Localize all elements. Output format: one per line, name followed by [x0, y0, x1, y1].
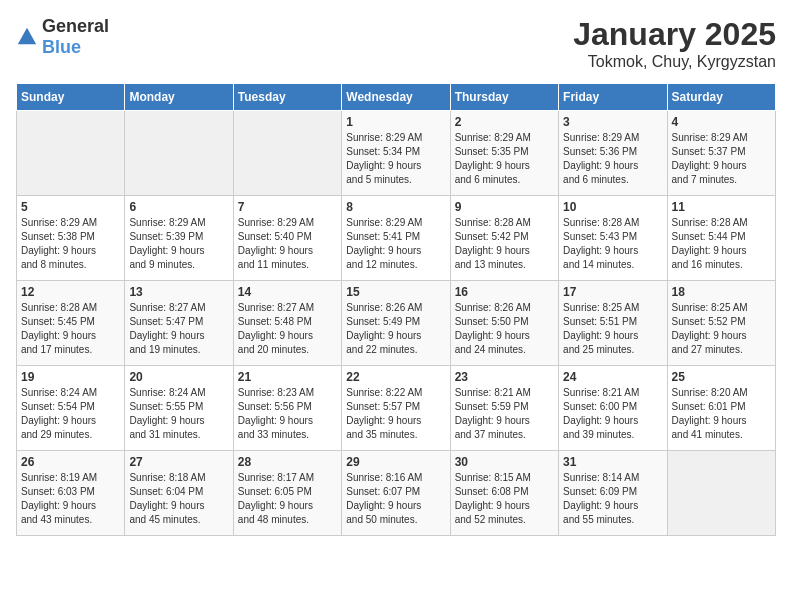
day-info: Sunrise: 8:27 AMSunset: 5:47 PMDaylight:…: [129, 301, 228, 357]
month-title: January 2025: [573, 16, 776, 53]
day-number: 17: [563, 285, 662, 299]
calendar-cell: 1Sunrise: 8:29 AMSunset: 5:34 PMDaylight…: [342, 111, 450, 196]
logo-text: General Blue: [42, 16, 109, 58]
calendar-cell: 20Sunrise: 8:24 AMSunset: 5:55 PMDayligh…: [125, 366, 233, 451]
logo-icon: [16, 26, 38, 48]
calendar-cell: 24Sunrise: 8:21 AMSunset: 6:00 PMDayligh…: [559, 366, 667, 451]
calendar-cell: 10Sunrise: 8:28 AMSunset: 5:43 PMDayligh…: [559, 196, 667, 281]
calendar-cell: 21Sunrise: 8:23 AMSunset: 5:56 PMDayligh…: [233, 366, 341, 451]
day-number: 31: [563, 455, 662, 469]
day-number: 5: [21, 200, 120, 214]
day-info: Sunrise: 8:23 AMSunset: 5:56 PMDaylight:…: [238, 386, 337, 442]
day-number: 7: [238, 200, 337, 214]
day-info: Sunrise: 8:29 AMSunset: 5:35 PMDaylight:…: [455, 131, 554, 187]
calendar-cell: 22Sunrise: 8:22 AMSunset: 5:57 PMDayligh…: [342, 366, 450, 451]
logo-blue: Blue: [42, 37, 81, 57]
day-number: 9: [455, 200, 554, 214]
day-info: Sunrise: 8:28 AMSunset: 5:42 PMDaylight:…: [455, 216, 554, 272]
day-number: 16: [455, 285, 554, 299]
weekday-header: Tuesday: [233, 84, 341, 111]
day-info: Sunrise: 8:29 AMSunset: 5:41 PMDaylight:…: [346, 216, 445, 272]
day-info: Sunrise: 8:14 AMSunset: 6:09 PMDaylight:…: [563, 471, 662, 527]
calendar-cell: 5Sunrise: 8:29 AMSunset: 5:38 PMDaylight…: [17, 196, 125, 281]
day-number: 18: [672, 285, 771, 299]
day-info: Sunrise: 8:29 AMSunset: 5:40 PMDaylight:…: [238, 216, 337, 272]
calendar-cell: 31Sunrise: 8:14 AMSunset: 6:09 PMDayligh…: [559, 451, 667, 536]
calendar-cell: 13Sunrise: 8:27 AMSunset: 5:47 PMDayligh…: [125, 281, 233, 366]
calendar-cell: [125, 111, 233, 196]
day-number: 29: [346, 455, 445, 469]
day-info: Sunrise: 8:22 AMSunset: 5:57 PMDaylight:…: [346, 386, 445, 442]
day-info: Sunrise: 8:28 AMSunset: 5:45 PMDaylight:…: [21, 301, 120, 357]
day-info: Sunrise: 8:24 AMSunset: 5:54 PMDaylight:…: [21, 386, 120, 442]
day-info: Sunrise: 8:28 AMSunset: 5:44 PMDaylight:…: [672, 216, 771, 272]
day-number: 10: [563, 200, 662, 214]
calendar-cell: 4Sunrise: 8:29 AMSunset: 5:37 PMDaylight…: [667, 111, 775, 196]
day-info: Sunrise: 8:25 AMSunset: 5:51 PMDaylight:…: [563, 301, 662, 357]
day-number: 22: [346, 370, 445, 384]
day-number: 27: [129, 455, 228, 469]
day-number: 6: [129, 200, 228, 214]
calendar-week-row: 1Sunrise: 8:29 AMSunset: 5:34 PMDaylight…: [17, 111, 776, 196]
logo-general: General: [42, 16, 109, 36]
day-number: 1: [346, 115, 445, 129]
weekday-header: Thursday: [450, 84, 558, 111]
day-number: 15: [346, 285, 445, 299]
calendar-cell: 16Sunrise: 8:26 AMSunset: 5:50 PMDayligh…: [450, 281, 558, 366]
calendar-cell: 6Sunrise: 8:29 AMSunset: 5:39 PMDaylight…: [125, 196, 233, 281]
day-info: Sunrise: 8:24 AMSunset: 5:55 PMDaylight:…: [129, 386, 228, 442]
svg-marker-0: [18, 28, 36, 45]
day-number: 21: [238, 370, 337, 384]
day-number: 12: [21, 285, 120, 299]
calendar-cell: 23Sunrise: 8:21 AMSunset: 5:59 PMDayligh…: [450, 366, 558, 451]
day-number: 24: [563, 370, 662, 384]
title-block: January 2025 Tokmok, Chuy, Kyrgyzstan: [573, 16, 776, 71]
calendar-week-row: 12Sunrise: 8:28 AMSunset: 5:45 PMDayligh…: [17, 281, 776, 366]
calendar-cell: 12Sunrise: 8:28 AMSunset: 5:45 PMDayligh…: [17, 281, 125, 366]
calendar-cell: 28Sunrise: 8:17 AMSunset: 6:05 PMDayligh…: [233, 451, 341, 536]
day-info: Sunrise: 8:21 AMSunset: 5:59 PMDaylight:…: [455, 386, 554, 442]
day-number: 14: [238, 285, 337, 299]
day-info: Sunrise: 8:15 AMSunset: 6:08 PMDaylight:…: [455, 471, 554, 527]
calendar-cell: 18Sunrise: 8:25 AMSunset: 5:52 PMDayligh…: [667, 281, 775, 366]
weekday-header: Monday: [125, 84, 233, 111]
day-info: Sunrise: 8:26 AMSunset: 5:50 PMDaylight:…: [455, 301, 554, 357]
weekday-header-row: SundayMondayTuesdayWednesdayThursdayFrid…: [17, 84, 776, 111]
day-number: 4: [672, 115, 771, 129]
calendar-table: SundayMondayTuesdayWednesdayThursdayFrid…: [16, 83, 776, 536]
calendar-cell: 27Sunrise: 8:18 AMSunset: 6:04 PMDayligh…: [125, 451, 233, 536]
calendar-cell: 2Sunrise: 8:29 AMSunset: 5:35 PMDaylight…: [450, 111, 558, 196]
weekday-header: Saturday: [667, 84, 775, 111]
day-number: 20: [129, 370, 228, 384]
calendar-cell: 11Sunrise: 8:28 AMSunset: 5:44 PMDayligh…: [667, 196, 775, 281]
page-header: General Blue January 2025 Tokmok, Chuy, …: [16, 16, 776, 71]
weekday-header: Sunday: [17, 84, 125, 111]
calendar-cell: 25Sunrise: 8:20 AMSunset: 6:01 PMDayligh…: [667, 366, 775, 451]
day-number: 25: [672, 370, 771, 384]
day-number: 19: [21, 370, 120, 384]
calendar-cell: 7Sunrise: 8:29 AMSunset: 5:40 PMDaylight…: [233, 196, 341, 281]
calendar-cell: 26Sunrise: 8:19 AMSunset: 6:03 PMDayligh…: [17, 451, 125, 536]
calendar-cell: 30Sunrise: 8:15 AMSunset: 6:08 PMDayligh…: [450, 451, 558, 536]
calendar-cell: 3Sunrise: 8:29 AMSunset: 5:36 PMDaylight…: [559, 111, 667, 196]
calendar-cell: [233, 111, 341, 196]
day-info: Sunrise: 8:18 AMSunset: 6:04 PMDaylight:…: [129, 471, 228, 527]
day-info: Sunrise: 8:29 AMSunset: 5:39 PMDaylight:…: [129, 216, 228, 272]
calendar-cell: [17, 111, 125, 196]
calendar-cell: 29Sunrise: 8:16 AMSunset: 6:07 PMDayligh…: [342, 451, 450, 536]
calendar-week-row: 26Sunrise: 8:19 AMSunset: 6:03 PMDayligh…: [17, 451, 776, 536]
weekday-header: Friday: [559, 84, 667, 111]
day-info: Sunrise: 8:29 AMSunset: 5:34 PMDaylight:…: [346, 131, 445, 187]
calendar-cell: [667, 451, 775, 536]
day-number: 23: [455, 370, 554, 384]
day-info: Sunrise: 8:29 AMSunset: 5:36 PMDaylight:…: [563, 131, 662, 187]
calendar-cell: 9Sunrise: 8:28 AMSunset: 5:42 PMDaylight…: [450, 196, 558, 281]
day-number: 30: [455, 455, 554, 469]
day-info: Sunrise: 8:20 AMSunset: 6:01 PMDaylight:…: [672, 386, 771, 442]
day-number: 13: [129, 285, 228, 299]
weekday-header: Wednesday: [342, 84, 450, 111]
day-number: 28: [238, 455, 337, 469]
calendar-week-row: 19Sunrise: 8:24 AMSunset: 5:54 PMDayligh…: [17, 366, 776, 451]
calendar-cell: 8Sunrise: 8:29 AMSunset: 5:41 PMDaylight…: [342, 196, 450, 281]
day-info: Sunrise: 8:28 AMSunset: 5:43 PMDaylight:…: [563, 216, 662, 272]
